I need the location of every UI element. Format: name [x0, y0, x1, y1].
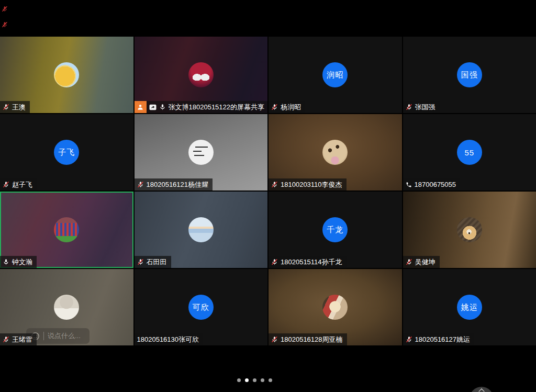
- participant-name: 王绪雷: [12, 333, 32, 345]
- participant-name: 王澳: [12, 101, 26, 113]
- mic-muted-icon: [406, 336, 412, 343]
- name-label: 王澳: [0, 101, 30, 113]
- name-label: 张国强: [403, 101, 440, 113]
- participant-name: 张文博18020515122的屏幕共享: [169, 101, 265, 113]
- mic-muted-icon: [3, 336, 9, 343]
- divider: [43, 332, 44, 340]
- participant-tile[interactable]: 石田田: [135, 192, 268, 268]
- participant-name: 吴健坤: [415, 256, 436, 268]
- participant-avatar: [54, 62, 79, 87]
- mic-muted-icon: [271, 336, 278, 343]
- mic-muted-icon: [271, 259, 278, 265]
- participant-name: 张国强: [415, 101, 436, 113]
- name-label: 杨润昭: [269, 101, 305, 113]
- participant-avatar: [54, 217, 79, 242]
- phone-icon: [406, 182, 412, 188]
- participant-avatar: [457, 217, 482, 242]
- participant-tile[interactable]: 千龙 18020515114孙千龙: [269, 192, 402, 268]
- page-dots: [237, 378, 272, 382]
- person-icon: [137, 104, 144, 111]
- name-label: 18020516121杨佳耀: [135, 178, 213, 191]
- offscreen-muted-mic-icon: [2, 5, 8, 11]
- mic-on-icon: [3, 259, 9, 265]
- mic-muted-icon: [271, 181, 278, 188]
- page-dot[interactable]: [269, 378, 272, 382]
- name-label: 18700675055: [403, 178, 461, 191]
- participant-tile[interactable]: 吴健坤: [403, 192, 536, 268]
- name-label: 吴健坤: [403, 256, 440, 268]
- mic-muted-icon: [406, 104, 412, 110]
- participant-tile[interactable]: 钟文瀚: [0, 192, 133, 268]
- participant-avatar: [54, 295, 79, 320]
- mic-on-icon: [159, 104, 166, 110]
- participant-tile[interactable]: 18020516121杨佳耀: [135, 114, 268, 191]
- mic-muted-icon: [406, 259, 412, 265]
- participant-name: 石田田: [147, 256, 167, 268]
- participant-avatar: [322, 140, 348, 165]
- name-label: 18020515114孙千龙: [269, 256, 347, 268]
- participant-name: 18700675055: [415, 178, 456, 191]
- mic-muted-icon: [3, 104, 9, 110]
- name-label: 钟文瀚: [0, 256, 37, 268]
- mic-muted-icon: [271, 104, 278, 110]
- page-dot-active[interactable]: [245, 378, 249, 382]
- participant-avatar: [188, 217, 214, 242]
- participant-avatar: [322, 295, 348, 320]
- participant-avatar: 可欣: [188, 295, 214, 320]
- more-button[interactable]: [470, 387, 494, 392]
- participant-tile[interactable]: 王绪雷说点什么...: [0, 269, 133, 345]
- participant-name: 18020516127姚运: [415, 333, 471, 345]
- chat-placeholder: 说点什么...: [48, 331, 81, 341]
- participant-name: 赵子飞: [12, 178, 32, 191]
- participant-name: 18020516130张可欣: [137, 333, 199, 345]
- name-label: 王绪雷: [0, 333, 37, 345]
- participant-tile[interactable]: 5518700675055: [403, 114, 536, 191]
- offscreen-muted-mic-icon: [2, 20, 8, 27]
- participant-grid: 王澳 张文博18020515122的屏幕共享润昭 杨润昭国强 张国强子飞 赵子飞: [0, 37, 536, 345]
- participant-name: 18100203110李俊杰: [281, 178, 342, 191]
- participant-avatar: [188, 140, 214, 165]
- participant-tile[interactable]: 18100203110李俊杰: [269, 114, 402, 191]
- participant-avatar: 55: [457, 140, 482, 165]
- page-dot[interactable]: [253, 378, 256, 382]
- participant-name: 杨润昭: [281, 101, 301, 113]
- participant-tile[interactable]: 国强 张国强: [403, 37, 536, 113]
- participant-tile[interactable]: 可欣18020516130张可欣: [135, 269, 268, 345]
- participant-tile[interactable]: 姚运 18020516127姚运: [403, 269, 536, 345]
- name-label: 张文博18020515122的屏幕共享: [135, 101, 268, 113]
- name-label: 石田田: [135, 256, 171, 268]
- participant-avatar: 国强: [457, 62, 482, 87]
- participant-avatar: [188, 62, 214, 87]
- participant-tile[interactable]: 润昭 杨润昭: [269, 37, 402, 113]
- participant-avatar: 润昭: [322, 62, 348, 87]
- participant-tile[interactable]: 18020516128周亚楠: [269, 269, 402, 345]
- name-label: 18020516128周亚楠: [269, 333, 347, 345]
- screen-share-icon: [149, 104, 157, 110]
- page-dot[interactable]: [261, 378, 264, 382]
- participant-avatar: 子飞: [54, 140, 79, 165]
- participant-avatar: 千龙: [322, 217, 348, 242]
- participant-name: 18020515114孙千龙: [281, 256, 342, 268]
- participant-avatar: 姚运: [457, 295, 482, 320]
- participant-name: 钟文瀚: [12, 256, 32, 268]
- presenter-badge: [135, 101, 147, 113]
- participant-name: 18020516121杨佳耀: [147, 178, 209, 191]
- name-label: 赵子飞: [0, 178, 37, 191]
- participant-tile[interactable]: 王澳: [0, 37, 133, 113]
- name-label: 18100203110李俊杰: [269, 178, 347, 191]
- mic-muted-icon: [3, 181, 9, 188]
- name-label: 18020516130张可欣: [135, 333, 204, 345]
- participant-tile[interactable]: 张文博18020515122的屏幕共享: [135, 37, 268, 113]
- mic-muted-icon: [137, 181, 144, 188]
- chevron-up-icon: [478, 388, 484, 392]
- participant-tile[interactable]: 子飞 赵子飞: [0, 114, 133, 191]
- name-label: 18020516127姚运: [403, 333, 475, 345]
- page-dot[interactable]: [237, 378, 241, 382]
- participant-name: 18020516128周亚楠: [281, 333, 343, 345]
- mic-muted-icon: [137, 259, 144, 265]
